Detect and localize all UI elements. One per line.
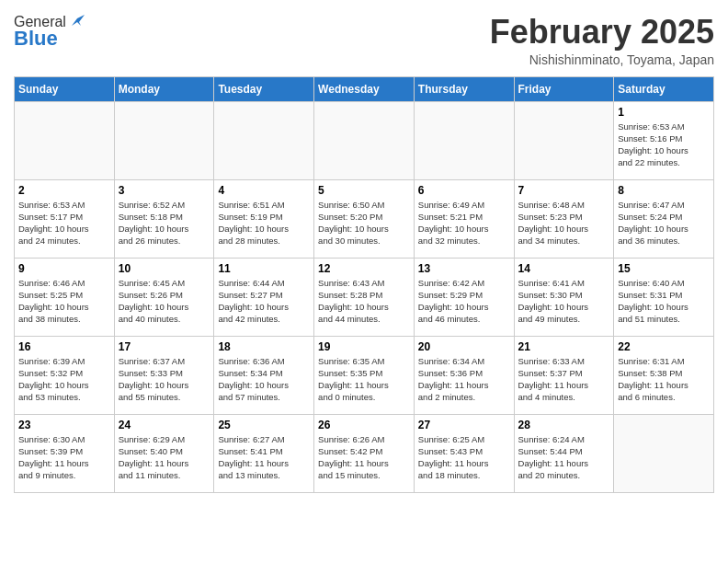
calendar-cell: 21Sunrise: 6:33 AM Sunset: 5:37 PM Dayli… <box>514 336 614 414</box>
calendar-cell: 8Sunrise: 6:47 AM Sunset: 5:24 PM Daylig… <box>614 179 714 258</box>
day-info: Sunrise: 6:27 AM Sunset: 5:41 PM Dayligh… <box>218 433 310 482</box>
logo: General Blue <box>14 14 85 51</box>
day-number: 8 <box>618 184 710 197</box>
day-number: 14 <box>518 262 610 275</box>
calendar-cell: 9Sunrise: 6:46 AM Sunset: 5:25 PM Daylig… <box>15 258 115 336</box>
day-info: Sunrise: 6:46 AM Sunset: 5:25 PM Dayligh… <box>18 277 110 326</box>
day-info: Sunrise: 6:47 AM Sunset: 5:24 PM Dayligh… <box>618 199 710 247</box>
calendar-cell: 20Sunrise: 6:34 AM Sunset: 5:36 PM Dayli… <box>414 336 514 414</box>
day-number: 5 <box>318 184 410 197</box>
month-title: February 2025 <box>490 14 714 51</box>
logo-blue-text: Blue <box>14 27 58 51</box>
calendar-cell: 4Sunrise: 6:51 AM Sunset: 5:19 PM Daylig… <box>214 179 314 258</box>
day-number: 10 <box>119 262 210 275</box>
day-number: 21 <box>518 340 610 353</box>
calendar-cell <box>214 101 314 179</box>
calendar-cell: 19Sunrise: 6:35 AM Sunset: 5:35 PM Dayli… <box>314 336 415 414</box>
day-info: Sunrise: 6:48 AM Sunset: 5:23 PM Dayligh… <box>518 199 610 247</box>
day-number: 27 <box>418 419 510 431</box>
calendar-header-row: SundayMondayTuesdayWednesdayThursdayFrid… <box>15 76 714 101</box>
day-info: Sunrise: 6:30 AM Sunset: 5:39 PM Dayligh… <box>18 433 110 482</box>
day-info: Sunrise: 6:53 AM Sunset: 5:16 PM Dayligh… <box>618 121 710 169</box>
day-number: 28 <box>518 419 610 431</box>
calendar-cell <box>114 101 214 179</box>
column-header-tuesday: Tuesday <box>214 76 314 101</box>
calendar-cell: 7Sunrise: 6:48 AM Sunset: 5:23 PM Daylig… <box>514 179 614 258</box>
logo-bird-icon <box>68 13 85 29</box>
calendar-cell <box>314 101 415 179</box>
calendar-cell: 14Sunrise: 6:41 AM Sunset: 5:30 PM Dayli… <box>514 258 614 336</box>
day-number: 2 <box>18 184 110 197</box>
day-number: 23 <box>18 419 110 431</box>
day-number: 17 <box>119 340 210 353</box>
day-number: 16 <box>18 340 110 353</box>
calendar-cell: 27Sunrise: 6:25 AM Sunset: 5:43 PM Dayli… <box>414 414 514 492</box>
column-header-saturday: Saturday <box>614 76 714 101</box>
column-header-thursday: Thursday <box>414 76 514 101</box>
day-number: 24 <box>119 419 210 431</box>
day-info: Sunrise: 6:34 AM Sunset: 5:36 PM Dayligh… <box>418 355 510 404</box>
column-header-wednesday: Wednesday <box>314 76 415 101</box>
calendar-week-row: 9Sunrise: 6:46 AM Sunset: 5:25 PM Daylig… <box>15 258 714 336</box>
calendar-cell: 12Sunrise: 6:43 AM Sunset: 5:28 PM Dayli… <box>314 258 415 336</box>
day-info: Sunrise: 6:51 AM Sunset: 5:19 PM Dayligh… <box>218 199 310 247</box>
calendar-cell: 17Sunrise: 6:37 AM Sunset: 5:33 PM Dayli… <box>114 336 214 414</box>
day-info: Sunrise: 6:35 AM Sunset: 5:35 PM Dayligh… <box>318 355 410 404</box>
calendar-cell <box>414 101 514 179</box>
day-number: 22 <box>618 340 710 353</box>
day-info: Sunrise: 6:44 AM Sunset: 5:27 PM Dayligh… <box>218 277 310 326</box>
calendar-week-row: 2Sunrise: 6:53 AM Sunset: 5:17 PM Daylig… <box>15 179 714 258</box>
day-number: 9 <box>18 262 110 275</box>
day-number: 11 <box>218 262 310 275</box>
calendar-week-row: 1Sunrise: 6:53 AM Sunset: 5:16 PM Daylig… <box>15 101 714 179</box>
day-info: Sunrise: 6:49 AM Sunset: 5:21 PM Dayligh… <box>418 199 510 247</box>
day-info: Sunrise: 6:45 AM Sunset: 5:26 PM Dayligh… <box>119 277 210 326</box>
calendar-cell: 24Sunrise: 6:29 AM Sunset: 5:40 PM Dayli… <box>114 414 214 492</box>
day-number: 7 <box>518 184 610 197</box>
day-number: 18 <box>218 340 310 353</box>
header: General Blue February 2025 Nishishinmina… <box>14 14 714 67</box>
day-number: 26 <box>318 419 410 431</box>
day-info: Sunrise: 6:50 AM Sunset: 5:20 PM Dayligh… <box>318 199 410 247</box>
calendar-cell: 18Sunrise: 6:36 AM Sunset: 5:34 PM Dayli… <box>214 336 314 414</box>
day-number: 6 <box>418 184 510 197</box>
day-info: Sunrise: 6:52 AM Sunset: 5:18 PM Dayligh… <box>119 199 210 247</box>
calendar-cell: 11Sunrise: 6:44 AM Sunset: 5:27 PM Dayli… <box>214 258 314 336</box>
calendar-cell: 10Sunrise: 6:45 AM Sunset: 5:26 PM Dayli… <box>114 258 214 336</box>
column-header-friday: Friday <box>514 76 614 101</box>
calendar-cell: 26Sunrise: 6:26 AM Sunset: 5:42 PM Dayli… <box>314 414 415 492</box>
day-info: Sunrise: 6:41 AM Sunset: 5:30 PM Dayligh… <box>518 277 610 326</box>
svg-marker-0 <box>72 15 85 26</box>
day-info: Sunrise: 6:25 AM Sunset: 5:43 PM Dayligh… <box>418 433 510 482</box>
calendar-cell: 3Sunrise: 6:52 AM Sunset: 5:18 PM Daylig… <box>114 179 214 258</box>
calendar-cell: 23Sunrise: 6:30 AM Sunset: 5:39 PM Dayli… <box>15 414 115 492</box>
title-area: February 2025 Nishishinminato, Toyama, J… <box>490 14 714 67</box>
calendar-cell: 1Sunrise: 6:53 AM Sunset: 5:16 PM Daylig… <box>614 101 714 179</box>
day-info: Sunrise: 6:42 AM Sunset: 5:29 PM Dayligh… <box>418 277 510 326</box>
calendar-cell: 2Sunrise: 6:53 AM Sunset: 5:17 PM Daylig… <box>15 179 115 258</box>
day-info: Sunrise: 6:37 AM Sunset: 5:33 PM Dayligh… <box>119 355 210 404</box>
calendar-cell: 15Sunrise: 6:40 AM Sunset: 5:31 PM Dayli… <box>614 258 714 336</box>
calendar-cell: 28Sunrise: 6:24 AM Sunset: 5:44 PM Dayli… <box>514 414 614 492</box>
day-number: 13 <box>418 262 510 275</box>
column-header-sunday: Sunday <box>15 76 115 101</box>
calendar-table: SundayMondayTuesdayWednesdayThursdayFrid… <box>14 76 714 493</box>
calendar-cell: 22Sunrise: 6:31 AM Sunset: 5:38 PM Dayli… <box>614 336 714 414</box>
day-number: 1 <box>618 106 710 119</box>
calendar-cell <box>614 414 714 492</box>
day-info: Sunrise: 6:53 AM Sunset: 5:17 PM Dayligh… <box>18 199 110 247</box>
day-number: 19 <box>318 340 410 353</box>
day-info: Sunrise: 6:33 AM Sunset: 5:37 PM Dayligh… <box>518 355 610 404</box>
day-info: Sunrise: 6:40 AM Sunset: 5:31 PM Dayligh… <box>618 277 710 326</box>
day-info: Sunrise: 6:39 AM Sunset: 5:32 PM Dayligh… <box>18 355 110 404</box>
day-info: Sunrise: 6:29 AM Sunset: 5:40 PM Dayligh… <box>119 433 210 482</box>
day-info: Sunrise: 6:26 AM Sunset: 5:42 PM Dayligh… <box>318 433 410 482</box>
location: Nishishinminato, Toyama, Japan <box>490 52 714 67</box>
day-info: Sunrise: 6:36 AM Sunset: 5:34 PM Dayligh… <box>218 355 310 404</box>
day-info: Sunrise: 6:24 AM Sunset: 5:44 PM Dayligh… <box>518 433 610 482</box>
calendar-week-row: 16Sunrise: 6:39 AM Sunset: 5:32 PM Dayli… <box>15 336 714 414</box>
calendar-cell <box>514 101 614 179</box>
calendar-cell <box>15 101 115 179</box>
calendar-cell: 5Sunrise: 6:50 AM Sunset: 5:20 PM Daylig… <box>314 179 415 258</box>
day-number: 15 <box>618 262 710 275</box>
